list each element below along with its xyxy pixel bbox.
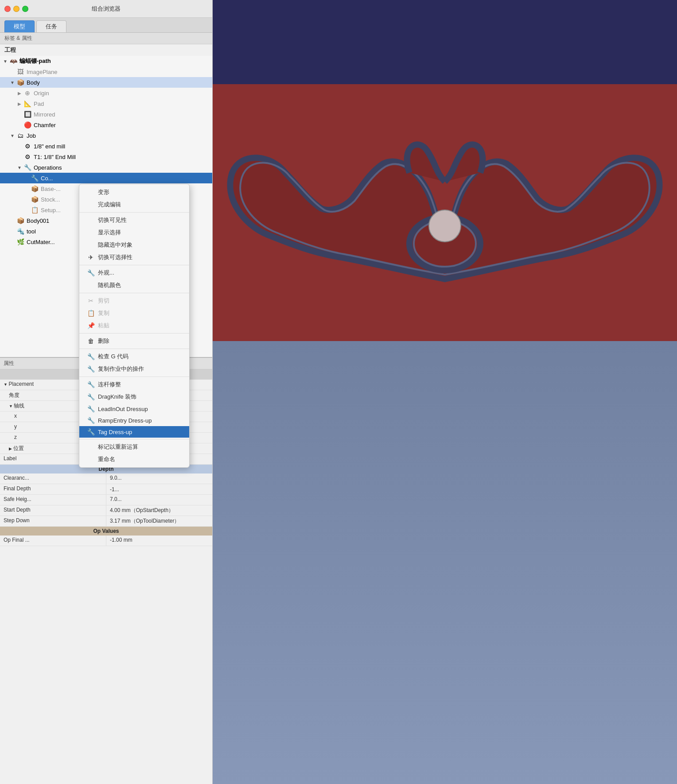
tree-label-mirrored: Mirrored [34,111,55,118]
tree-icon-root: 🦇 [9,57,18,66]
ctx-label-toggle-selectable: 切换可选择性 [98,253,132,261]
tree-item-co[interactable]: 🔧 Co... [0,173,212,183]
ctx-label-hide-selected: 隐藏选中对象 [98,241,132,249]
ctx-check-gcode[interactable]: 🔧 检查 G 代码 [79,350,189,363]
tree-item-origin[interactable]: ▶ ⊕ Origin [0,88,212,98]
ctx-label-paste: 粘贴 [98,322,109,330]
ctx-icon-copy-ops: 🔧 [87,365,94,373]
ctx-leadinout[interactable]: 🔧 LeadInOut Dressup [79,403,189,415]
ctx-rename[interactable]: 重命名 [79,453,189,466]
tree-arrow-pad: ▶ [16,101,23,106]
prop-name-finaldepth: Final Depth [0,484,106,494]
prop-value-safeheight: 7.0... [106,495,212,505]
ctx-icon-dragknife: 🔧 [87,393,94,400]
prop-row-stepdown[interactable]: Step Down 3.17 mm（OpToolDiameter） [0,516,212,527]
ctx-tagdressup[interactable]: 🔧 Tag Dress-up [79,426,189,438]
ctx-finish-edit[interactable]: 完成编辑 [79,198,189,211]
tree-item-operations[interactable]: ▼ 🔧 Operations [0,162,212,173]
tree-item-root[interactable]: ▼ 🦇 蝙蝠镖-path [0,56,212,66]
ctx-toggle-visible[interactable]: 切换可见性 [79,214,189,226]
tree-label-base: Base-... [41,186,61,192]
ctx-label-copy-ops: 复制作业中的操作 [98,365,144,373]
ctx-icon-check-gcode: 🔧 [87,353,94,360]
ctx-copy-ops[interactable]: 🔧 复制作业中的操作 [79,363,189,375]
ctx-icon-copy: 📋 [87,310,94,317]
tree-item-imageplane[interactable]: 🖼 ImagePlane [0,66,212,77]
ctx-rod-adjust[interactable]: 🔧 连杆修整 [79,378,189,391]
title-bar: 组合浏览器 [0,0,212,18]
tree-label-origin: Origin [34,90,49,97]
tree-icon-endmill1: ⚙ [23,142,32,151]
right-panel [213,0,677,784]
tree-item-endmill2[interactable]: ⚙ T1: 1/8" End Mill [0,151,212,162]
tree-icon-pad: 📐 [23,99,32,108]
tree-icon-job: 🗂 [16,131,25,140]
ctx-label-appearance: 外观... [98,269,114,277]
ctx-label-cut: 剪切 [98,297,109,305]
tree-item-chamfer[interactable]: 🔴 Chamfer [0,120,212,130]
window-title: 组合浏览器 [92,5,121,13]
ctx-sep4 [79,333,189,334]
tree-item-mirrored[interactable]: 🔲 Mirrored [0,109,212,120]
tree-label-root: 蝙蝠镖-path [19,57,51,65]
ctx-mark-recalc[interactable]: 标记以重新运算 [79,441,189,453]
tree-item-job[interactable]: ▼ 🗂 Job [0,130,212,141]
tree-icon-endmill2: ⚙ [23,152,32,161]
ctx-label-finish-edit: 完成编辑 [98,201,121,209]
viewport-upper[interactable] [213,0,677,341]
ctx-toggle-selectable[interactable]: ✈ 切换可选择性 [79,251,189,264]
prop-section-opval: Op Values [0,527,212,536]
ctx-sep7 [79,439,189,439]
ctx-dragknife[interactable]: 🔧 DragKnife 装饰 [79,391,189,403]
tree-item-endmill1[interactable]: ⚙ 1/8" end mill [0,141,212,151]
ctx-label-deform: 变形 [98,188,109,196]
tree-icon-tool: 🔩 [16,227,25,236]
prop-value-startdepth: 4.00 mm（OpStartDepth） [106,505,212,516]
tree-icon-operations: 🔧 [23,163,32,172]
maximize-button[interactable] [22,6,28,12]
context-menu: 变形 完成编辑 切换可见性 显示选择 隐藏选中对象 ✈ 切换可选择性 🔧 外观.… [79,184,190,468]
ctx-label-mark-recalc: 标记以重新运算 [98,443,138,451]
tree-label-endmill2: T1: 1/8" End Mill [34,154,76,160]
ctx-sep1 [79,212,189,213]
ctx-label-leadinout: LeadInOut Dressup [98,406,148,412]
tree-icon-setup: 📋 [30,206,39,214]
ctx-label-rename: 重命名 [98,455,115,463]
svg-point-4 [429,210,461,242]
ctx-random-color[interactable]: 随机颜色 [79,279,189,291]
prop-name-clearance: Clearanc... [0,474,106,484]
ctx-icon-paste: 📌 [87,322,94,329]
prop-name-startdepth: Start Depth [0,505,106,516]
tree-label-imageplane: ImagePlane [27,69,57,75]
ctx-label-show-select: 显示选择 [98,229,121,237]
ctx-show-select[interactable]: 显示选择 [79,226,189,239]
ctx-hide-selected[interactable]: 隐藏选中对象 [79,239,189,251]
ctx-label-check-gcode: 检查 G 代码 [98,353,128,361]
ctx-label-delete: 删除 [98,337,109,345]
tab-task[interactable]: 任务 [36,20,66,32]
ctx-delete[interactable]: 🗑 删除 [79,335,189,347]
tree-label-cutmater: CutMater... [27,239,55,245]
prop-row-startdepth[interactable]: Start Depth 4.00 mm（OpStartDepth） [0,505,212,516]
ctx-label-tagdressup: Tag Dress-up [98,429,132,435]
tree-item-body[interactable]: ▼ 📦 Body [0,77,212,88]
viewport-lower[interactable] [213,341,677,784]
tree-item-pad[interactable]: ▶ 📐 Pad [0,98,212,109]
prop-row-finaldepth[interactable]: Final Depth -1... [0,484,212,495]
ctx-sep2 [79,265,189,265]
left-panel: 组合浏览器 模型 任务 标签 & 属性 工程 ▼ 🦇 蝙蝠镖-path 🖼 Im… [0,0,213,784]
tab-model[interactable]: 模型 [4,20,35,32]
ctx-icon-appearance: 🔧 [87,269,94,276]
prop-row-opfinal[interactable]: Op Final ... -1.00 mm [0,536,212,546]
minimize-button[interactable] [13,6,19,12]
ctx-deform[interactable]: 变形 [79,186,189,198]
close-button[interactable] [4,6,11,12]
ctx-label-random-color: 随机颜色 [98,281,121,289]
prop-row-safeheight[interactable]: Safe Heig... 7.0... [0,495,212,505]
prop-row-clearance[interactable]: Clearanc... 9.0... [0,474,212,484]
ctx-label-rod-adjust: 连杆修整 [98,380,121,388]
ctx-appearance[interactable]: 🔧 外观... [79,267,189,279]
tree-label-endmill1: 1/8" end mill [34,143,65,150]
ctx-rampentry[interactable]: 🔧 RampEntry Dress-up [79,415,189,426]
tree-arrow-body: ▼ [9,80,16,85]
